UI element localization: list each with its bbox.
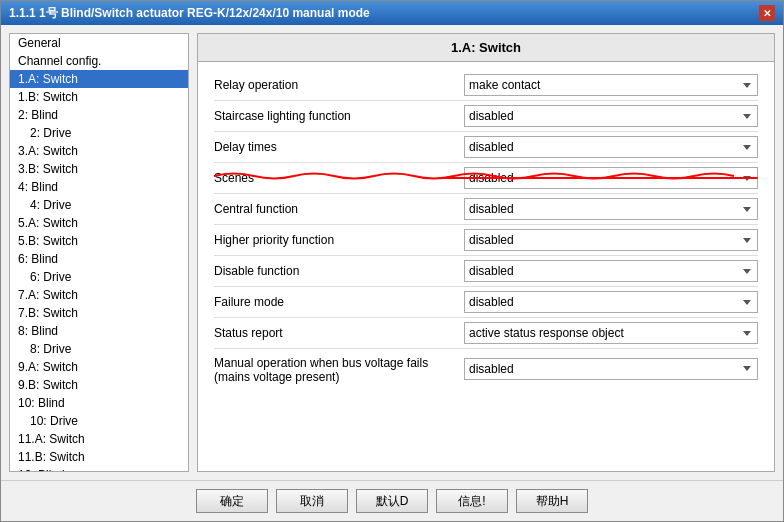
form-select-staircase-lighting[interactable]: disabled [464,105,758,127]
sidebar-item[interactable]: 8: Blind [10,322,188,340]
form-row-disable-function: Disable functiondisabled [214,256,758,286]
form-row-staircase-lighting: Staircase lighting functiondisabled [214,101,758,131]
form-label-relay-operation: Relay operation [214,78,464,92]
form-content: Relay operationmake contactStaircase lig… [198,62,774,471]
form-label-higher-priority: Higher priority function [214,233,464,247]
form-label-scenes: Scenes [214,171,464,185]
sidebar-item[interactable]: 2: Blind [10,106,188,124]
form-select-failure-mode[interactable]: disabled [464,291,758,313]
form-select-disable-function[interactable]: disabled [464,260,758,282]
title-bar: 1.1.1 1号 Blind/Switch actuator REG-K/12x… [1,1,783,25]
form-select-scenes[interactable]: disabled [464,167,758,189]
close-button[interactable]: ✕ [759,5,775,21]
main-window: 1.1.1 1号 Blind/Switch actuator REG-K/12x… [0,0,784,522]
right-panel: 1.A: Switch Relay operationmake contactS… [197,33,775,472]
info-button[interactable]: 信息! [436,489,508,513]
form-label-disable-function: Disable function [214,264,464,278]
form-select-manual-operation[interactable]: disabled [464,358,758,380]
sidebar-item[interactable]: 7.B: Switch [10,304,188,322]
sidebar-item[interactable]: 5.B: Switch [10,232,188,250]
sidebar-item[interactable]: 11.A: Switch [10,430,188,448]
sidebar-item[interactable]: 9.B: Switch [10,376,188,394]
form-select-status-report[interactable]: active status response object [464,322,758,344]
form-label-central-function: Central function [214,202,464,216]
sidebar-item[interactable]: 10: Drive [10,412,188,430]
content-area: GeneralChannel config.1.A: Switch1.B: Sw… [1,25,783,480]
sidebar-item[interactable]: 1.A: Switch [10,70,188,88]
ok-button[interactable]: 确定 [196,489,268,513]
default-button[interactable]: 默认D [356,489,428,513]
form-row-failure-mode: Failure modedisabled [214,287,758,317]
sidebar-item[interactable]: 7.A: Switch [10,286,188,304]
sidebar-item[interactable]: 1.B: Switch [10,88,188,106]
sidebar-item[interactable]: 4: Blind [10,178,188,196]
form-label-failure-mode: Failure mode [214,295,464,309]
sidebar-item[interactable]: 5.A: Switch [10,214,188,232]
window-title: 1.1.1 1号 Blind/Switch actuator REG-K/12x… [9,5,370,22]
sidebar-item[interactable]: General [10,34,188,52]
sidebar-item[interactable]: 12: Blind [10,466,188,472]
sidebar-item[interactable]: 3.B: Switch [10,160,188,178]
sidebar-item[interactable]: 8: Drive [10,340,188,358]
form-select-central-function[interactable]: disabled [464,198,758,220]
form-select-delay-times[interactable]: disabled [464,136,758,158]
footer: 确定取消默认D信息!帮助H [1,480,783,521]
form-row-scenes: Scenesdisabled [214,163,758,193]
form-select-higher-priority[interactable]: disabled [464,229,758,251]
form-row-status-report: Status reportactive status response obje… [214,318,758,348]
form-label-delay-times: Delay times [214,140,464,154]
sidebar-item[interactable]: 4: Drive [10,196,188,214]
left-panel: GeneralChannel config.1.A: Switch1.B: Sw… [9,33,189,472]
sidebar-item[interactable]: 3.A: Switch [10,142,188,160]
form-row-manual-operation: Manual operation when bus voltage fails(… [214,349,758,388]
form-row-central-function: Central functiondisabled [214,194,758,224]
sidebar-item[interactable]: Channel config. [10,52,188,70]
form-label-status-report: Status report [214,326,464,340]
form-row-higher-priority: Higher priority functiondisabled [214,225,758,255]
cancel-button[interactable]: 取消 [276,489,348,513]
form-select-relay-operation[interactable]: make contact [464,74,758,96]
sidebar-item[interactable]: 2: Drive [10,124,188,142]
form-label-manual-operation: Manual operation when bus voltage fails(… [214,353,464,384]
sidebar-item[interactable]: 11.B: Switch [10,448,188,466]
panel-title: 1.A: Switch [198,34,774,62]
sidebar-item[interactable]: 9.A: Switch [10,358,188,376]
form-label-staircase-lighting: Staircase lighting function [214,109,464,123]
sidebar-item[interactable]: 6: Drive [10,268,188,286]
form-row-delay-times: Delay timesdisabled [214,132,758,162]
help-button[interactable]: 帮助H [516,489,588,513]
sidebar-item[interactable]: 6: Blind [10,250,188,268]
form-row-relay-operation: Relay operationmake contact [214,70,758,100]
sidebar-item[interactable]: 10: Blind [10,394,188,412]
